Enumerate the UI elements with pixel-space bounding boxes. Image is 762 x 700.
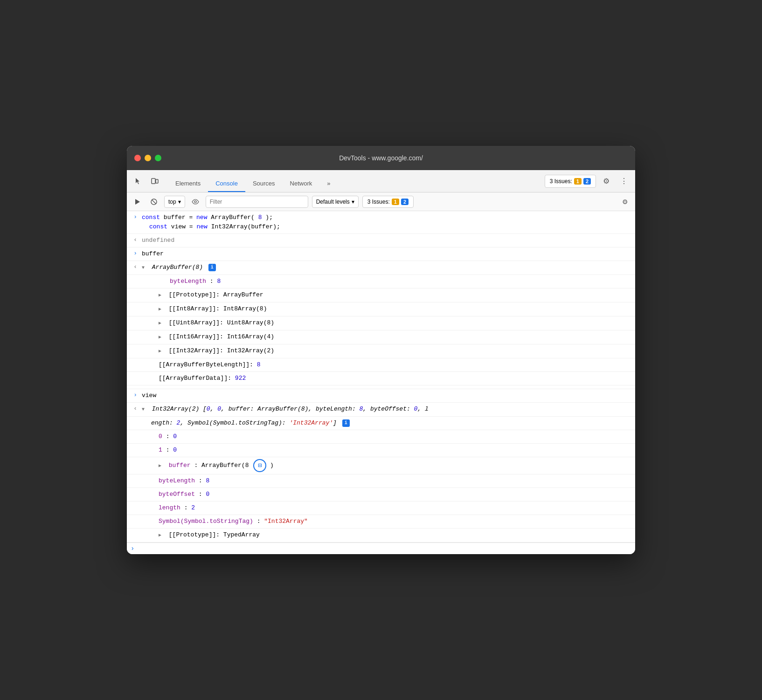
console-input-buffer[interactable]: › buffer xyxy=(127,247,635,261)
int32-prototype: ▶ [[Prototype]]: TypedArray xyxy=(127,528,635,542)
devtools-window: DevTools - www.google.com/ Elements Cons… xyxy=(127,146,635,554)
arraybuffer-label: ArrayBuffer(8) xyxy=(152,264,203,271)
line-content: const buffer = new ArrayBuffer( 8 ); con… xyxy=(140,212,635,233)
line-content: ▼ ArrayBuffer(8) i xyxy=(140,262,635,274)
expand-icon[interactable]: ▶ xyxy=(159,305,164,314)
line-content: ▼ Int32Array(2) [0, 0, buffer: ArrayBuff… xyxy=(140,404,635,415)
store-as-variable-badge[interactable]: ⊟ xyxy=(253,459,266,472)
expand-icon[interactable]: ▶ xyxy=(159,531,164,540)
line-content: byteOffset : 0 xyxy=(140,489,635,500)
context-label: top xyxy=(168,199,176,205)
svg-rect-0 xyxy=(152,178,155,184)
clear-icon xyxy=(150,198,158,206)
info-icon-2[interactable]: i xyxy=(342,419,350,427)
tab-sources[interactable]: Sources xyxy=(245,175,283,192)
console-input-view[interactable]: › view xyxy=(127,389,635,403)
more-options-button[interactable]: ⋮ xyxy=(617,174,631,189)
line-content: ▶ [[Uint8Array]]: Uint8Array(8) xyxy=(140,317,635,329)
expand-icon[interactable]: ▼ xyxy=(142,405,147,414)
issues-button[interactable]: 3 Issues: 1 2 xyxy=(545,175,596,188)
close-button[interactable] xyxy=(134,155,141,161)
line-content: [[ArrayBufferByteLength]]: 8 xyxy=(140,359,635,371)
keyword-new2: new xyxy=(196,223,207,230)
prop-0: 0 xyxy=(159,433,162,440)
console-input-line-1[interactable]: › const buffer = new ArrayBuffer( 8 ); c… xyxy=(127,211,635,234)
tab-console[interactable]: Console xyxy=(208,175,245,192)
toolbar-right: 3 Issues: 1 2 ⚙ ⋮ xyxy=(545,174,631,189)
line-content: ▶ [[Int32Array]]: Int32Array(2) xyxy=(140,345,635,357)
context-selector[interactable]: top ▾ xyxy=(164,196,185,208)
tab-more[interactable]: » xyxy=(319,175,338,192)
line-content: ▶ buffer : ArrayBuffer(8 ⊟ ) xyxy=(140,458,635,473)
svg-line-4 xyxy=(152,200,156,204)
int32-prop-bytelength: byteLength : 8 xyxy=(127,474,635,488)
expand-icon[interactable]: ▶ xyxy=(159,333,164,342)
console-issues-button[interactable]: 3 Issues: 1 2 xyxy=(362,196,414,208)
minimize-button[interactable] xyxy=(145,155,151,161)
tab-network[interactable]: Network xyxy=(283,175,320,192)
console-settings-button[interactable]: ⚙ xyxy=(618,195,631,208)
line-prefix: › xyxy=(127,390,140,398)
line-content: view xyxy=(140,390,635,401)
filter-input[interactable] xyxy=(206,196,308,208)
line-prefix xyxy=(127,475,140,477)
line-prefix: ‹ xyxy=(127,262,140,270)
line-content: ▶ [[Prototype]]: ArrayBuffer xyxy=(140,289,635,301)
arraybuffer-int32: ▶ [[Int32Array]]: Int32Array(2) xyxy=(127,344,635,358)
maximize-button[interactable] xyxy=(155,155,161,161)
prop-byteoffset: byteOffset xyxy=(159,491,195,498)
eye-button[interactable] xyxy=(189,195,202,208)
val-0c: 0 xyxy=(206,491,209,498)
val-8c: 8 xyxy=(206,477,209,484)
clear-button[interactable] xyxy=(147,195,160,208)
levels-label: Default levels xyxy=(316,199,350,205)
cursor-prompt: › xyxy=(131,545,134,552)
view-label: view xyxy=(142,392,156,399)
device-toggle-button[interactable] xyxy=(147,174,162,189)
info-icon[interactable]: i xyxy=(208,264,216,271)
inspect-element-button[interactable] xyxy=(131,174,145,189)
line-prefix xyxy=(127,373,140,374)
separator xyxy=(127,385,635,389)
keyword-const: const xyxy=(142,214,160,221)
traffic-lights xyxy=(134,155,161,161)
val-8: 8 xyxy=(217,278,221,285)
settings-button[interactable]: ⚙ xyxy=(599,174,614,189)
play-icon xyxy=(133,198,141,206)
keyword-new: new xyxy=(196,214,207,221)
run-button[interactable] xyxy=(131,195,144,208)
arraybuffer-uint8: ▶ [[Uint8Array]]: Uint8Array(8) xyxy=(127,316,635,330)
arraybuffer-bufferbytelength: [[ArrayBufferByteLength]]: 8 xyxy=(127,358,635,372)
line-content: byteLength : 8 xyxy=(140,475,635,487)
prop-1: 1 xyxy=(159,446,162,453)
line-prefix xyxy=(127,529,140,531)
number-value: 8 xyxy=(258,214,262,221)
prop-length: length xyxy=(159,504,180,511)
prop-buffer: buffer xyxy=(169,462,191,469)
int32-prop-length: length : 2 xyxy=(127,501,635,515)
line-prefix xyxy=(127,458,140,460)
expand-icon[interactable]: ▶ xyxy=(159,347,164,356)
main-toolbar: Elements Console Sources Network » 3 Iss… xyxy=(127,170,635,192)
line-content: [[ArrayBufferData]]: 922 xyxy=(140,373,635,384)
expand-icon[interactable]: ▶ xyxy=(159,291,164,300)
levels-selector[interactable]: Default levels ▾ xyxy=(312,196,359,208)
val-922: 922 xyxy=(235,375,246,382)
line-content: buffer xyxy=(140,248,635,260)
cursor-icon xyxy=(134,177,142,185)
expand-icon[interactable]: ▼ xyxy=(142,263,147,273)
expand-icon[interactable]: ▶ xyxy=(159,461,164,471)
arraybuffer-bytelength: byteLength : 8 xyxy=(127,275,635,288)
arraybuffer-bufferdata: [[ArrayBufferData]]: 922 xyxy=(127,372,635,385)
line-content: ▶ [[Int8Array]]: Int8Array(8) xyxy=(140,303,635,315)
info-badge: 2 xyxy=(583,178,591,185)
int32-prop-buffer: ▶ buffer : ArrayBuffer(8 ⊟ ) xyxy=(127,457,635,474)
line-prefix xyxy=(127,502,140,504)
line-content: ength: 2, Symbol(Symbol.toStringTag): 'I… xyxy=(140,418,635,429)
tab-elements[interactable]: Elements xyxy=(168,175,208,192)
console-input-area[interactable]: › xyxy=(127,542,635,554)
prop-bytelength: byteLength xyxy=(170,278,206,285)
expand-icon[interactable]: ▶ xyxy=(159,319,164,328)
line-prefix xyxy=(127,418,140,419)
console-output-int32array: ‹ ▼ Int32Array(2) [0, 0, buffer: ArrayBu… xyxy=(127,403,635,417)
